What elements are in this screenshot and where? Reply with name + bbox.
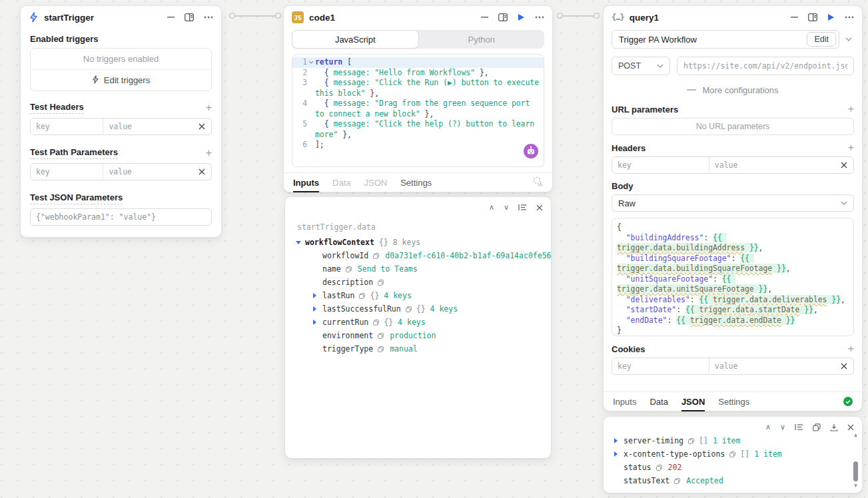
path-param-value-input[interactable]: [103, 164, 193, 180]
http-method-select[interactable]: POST: [612, 57, 670, 75]
copy-icon[interactable]: [674, 478, 680, 484]
collapse-all-icon[interactable]: [518, 204, 527, 211]
tab-inputs[interactable]: Inputs: [293, 173, 319, 192]
close-icon[interactable]: [847, 424, 854, 431]
tree-expand-icon[interactable]: [313, 293, 316, 298]
scroll-down-icon[interactable]: ▼: [853, 483, 859, 489]
tree-row[interactable]: x-content-type-options[]1 item: [614, 447, 846, 461]
header-key-input[interactable]: [31, 119, 103, 134]
header-value-input[interactable]: [709, 157, 835, 173]
connector-port-icon[interactable]: [275, 13, 281, 19]
chevron-down-icon[interactable]: ∨: [780, 423, 785, 431]
tree-row[interactable]: currentRun{}4 keys: [296, 316, 544, 329]
panel-title: code1: [309, 13, 335, 23]
minimize-icon[interactable]: [167, 17, 175, 18]
more-configurations-toggle[interactable]: More configurations: [612, 83, 854, 97]
copy-icon[interactable]: [373, 253, 379, 259]
test-path-params-label: Test Path Parameters: [30, 147, 118, 159]
tree-collapse-icon[interactable]: [296, 241, 301, 244]
connector-port-icon[interactable]: [229, 13, 235, 19]
remove-row-icon[interactable]: [193, 164, 211, 180]
path-param-key-input[interactable]: [31, 164, 103, 180]
more-menu-icon[interactable]: [845, 16, 854, 19]
tab-data[interactable]: Data: [650, 392, 667, 411]
tab-settings[interactable]: Settings: [718, 392, 749, 411]
tab-data[interactable]: Data: [332, 173, 350, 192]
copy-icon[interactable]: [406, 306, 412, 312]
tree-row[interactable]: server-timing[]1 item: [614, 434, 846, 447]
add-header-button[interactable]: +: [206, 103, 212, 113]
resize-grip-icon[interactable]: [532, 176, 543, 189]
fold-caret-icon[interactable]: [307, 57, 315, 68]
copy-icon[interactable]: [378, 280, 384, 286]
header-value-input[interactable]: [103, 119, 193, 134]
ai-assistant-icon[interactable]: [524, 144, 538, 162]
chevron-up-icon[interactable]: ∧: [489, 203, 494, 212]
open-side-panel-icon[interactable]: [808, 13, 817, 21]
chevron-down-icon[interactable]: ∨: [504, 203, 509, 212]
copy-icon[interactable]: [373, 320, 379, 326]
chevron-down-icon[interactable]: [843, 37, 854, 41]
minimize-icon[interactable]: [481, 17, 488, 18]
close-icon[interactable]: [536, 204, 543, 211]
url-input[interactable]: [677, 57, 854, 75]
tab-python[interactable]: Python: [419, 30, 545, 49]
tree-expand-icon[interactable]: [313, 306, 316, 312]
code-editor[interactable]: 1return [2 { message: "Hello from Workfl…: [292, 54, 544, 167]
download-icon[interactable]: [830, 423, 838, 431]
copy-icon[interactable]: [729, 451, 735, 457]
remove-row-icon[interactable]: [835, 358, 853, 374]
copy-icon[interactable]: [688, 438, 694, 444]
tab-javascript[interactable]: JavaScript: [292, 30, 419, 49]
tree-expand-icon[interactable]: [614, 451, 618, 457]
edit-button[interactable]: Edit: [807, 32, 836, 47]
add-cookie-button[interactable]: +: [848, 344, 854, 354]
cookie-key-input[interactable]: [612, 358, 709, 374]
copy-icon[interactable]: [378, 346, 384, 352]
minimize-icon[interactable]: [791, 17, 798, 18]
body-type-select[interactable]: Raw: [612, 194, 854, 212]
copy-icon[interactable]: [656, 465, 662, 471]
tree-row: triggerTypemanual: [296, 342, 544, 356]
run-button[interactable]: [518, 13, 525, 21]
json-params-input[interactable]: [30, 208, 212, 226]
tab-json[interactable]: JSON: [364, 173, 387, 192]
connector-port-icon[interactable]: [557, 13, 563, 19]
edit-triggers-button[interactable]: Edit triggers: [31, 70, 211, 91]
run-button[interactable]: [827, 13, 835, 21]
connector-port-icon[interactable]: [594, 13, 600, 19]
copy-icon[interactable]: [359, 293, 365, 299]
scrollbar[interactable]: ▲ ▼: [852, 433, 859, 489]
scroll-up-icon[interactable]: ▲: [853, 433, 859, 438]
tab-inputs[interactable]: Inputs: [613, 392, 636, 411]
tab-settings[interactable]: Settings: [400, 173, 432, 192]
tree-row[interactable]: lastSuccessfulRun{}4 keys: [296, 302, 544, 316]
tree-row[interactable]: workflowContext{}8 keys: [296, 236, 544, 249]
add-url-param-button[interactable]: +: [848, 104, 854, 115]
tree-expand-icon[interactable]: [614, 438, 618, 443]
header-key-input[interactable]: [612, 157, 709, 173]
tree-expand-icon[interactable]: [313, 320, 316, 325]
collapse-all-icon[interactable]: [795, 423, 803, 431]
tab-json[interactable]: JSON: [681, 392, 705, 411]
tree-row[interactable]: lastRun{}4 keys: [296, 289, 544, 302]
copy-icon[interactable]: [813, 423, 821, 431]
scrollbar-track[interactable]: [852, 438, 859, 483]
scrollbar-thumb[interactable]: [853, 461, 858, 481]
more-menu-icon[interactable]: [535, 16, 544, 19]
add-path-param-button[interactable]: +: [206, 148, 212, 158]
workflow-select[interactable]: Trigger PA Workflow Edit: [612, 30, 839, 49]
remove-row-icon[interactable]: [193, 119, 211, 134]
triggers-box: No triggers enabled Edit triggers: [30, 48, 212, 91]
copy-icon[interactable]: [346, 266, 352, 272]
more-menu-icon[interactable]: [204, 16, 213, 19]
fold-caret-icon: [307, 99, 315, 119]
copy-icon[interactable]: [378, 333, 384, 339]
open-side-panel-icon[interactable]: [498, 13, 508, 21]
chevron-up-icon[interactable]: ∧: [765, 423, 771, 431]
remove-row-icon[interactable]: [835, 157, 853, 173]
body-editor[interactable]: { "buildingAddress": {{ trigger.data.bui…: [612, 218, 854, 336]
open-side-panel-icon[interactable]: [185, 13, 194, 21]
cookie-value-input[interactable]: [709, 358, 835, 374]
add-header-button[interactable]: +: [848, 142, 854, 153]
